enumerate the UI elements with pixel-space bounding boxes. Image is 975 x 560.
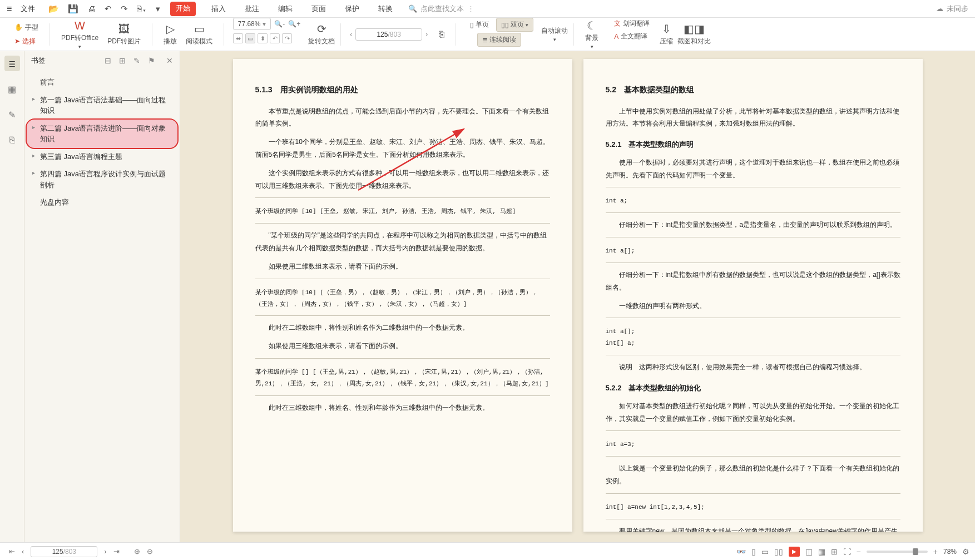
- bookmark-item[interactable]: 光盘内容: [27, 194, 177, 211]
- add-page-icon[interactable]: ⊕: [131, 547, 143, 556]
- pdf-to-office-button[interactable]: WPDF转Office▾: [59, 18, 101, 51]
- save-icon[interactable]: 💾: [68, 4, 78, 14]
- tab-protect[interactable]: 保护: [342, 2, 363, 16]
- zoom-input[interactable]: 77.68%▾: [233, 18, 271, 30]
- code-block: 某个班级的同学 [10] [王垒, 赵敏, 宋江, 刘户, 孙洁, 王浩, 周杰…: [255, 204, 550, 220]
- page-prev-icon[interactable]: ‹: [350, 31, 352, 38]
- zoom-in-status-icon[interactable]: +: [933, 547, 938, 556]
- full-translate-button[interactable]: A全文翻译: [612, 31, 650, 42]
- background-button[interactable]: ☾背景▾: [583, 18, 601, 51]
- translate-full-icon: A: [614, 33, 618, 41]
- rotate-right-icon[interactable]: ↷: [282, 33, 292, 43]
- rotate-doc-button[interactable]: ⟳旋转文档: [306, 21, 337, 47]
- prev-page-icon[interactable]: ‹: [18, 547, 27, 556]
- page-next-icon[interactable]: ›: [425, 31, 428, 38]
- more-icon[interactable]: ▾: [156, 4, 160, 14]
- search-box[interactable]: 🔍 点此查找文本 ⋮: [408, 4, 474, 14]
- view-mode2-icon[interactable]: ▦: [818, 547, 825, 556]
- view-fit-icon[interactable]: ▭: [761, 547, 769, 556]
- fit-page-icon[interactable]: ▭: [245, 33, 255, 43]
- bookmark-item[interactable]: 第二篇 Java语言语法进阶——面向对象知识: [27, 120, 177, 148]
- eye-care-icon[interactable]: 👓: [736, 547, 746, 556]
- first-page-icon[interactable]: ⇤: [6, 547, 18, 556]
- paragraph: 此时在二维数组中，将性别和姓名作为二维数组中的一个数据元素。: [255, 321, 550, 334]
- tab-start[interactable]: 开始: [170, 2, 196, 16]
- zoom-percent[interactable]: 78%: [943, 548, 957, 556]
- hand-tool[interactable]: ✋手型: [12, 22, 41, 33]
- compare-button[interactable]: ◧◨截图和对比: [675, 21, 713, 47]
- sync-status[interactable]: ☁ 未同步: [936, 4, 968, 14]
- paragraph: 本节重点是说明数组的优点，可能会遇到后面小节的内容，先不要理会。下面来看一个有关…: [255, 105, 550, 131]
- rail-annotation-icon[interactable]: ✎: [4, 107, 20, 122]
- view-double-icon[interactable]: ▯▯: [774, 547, 783, 556]
- tab-convert[interactable]: 转换: [375, 2, 396, 16]
- rail-attachment-icon[interactable]: ⎘: [4, 132, 20, 148]
- section-heading: 5.1.3 用实例说明数组的用处: [255, 82, 550, 97]
- bookmark-item[interactable]: 第三篇 Java语言编程主题: [27, 148, 177, 166]
- continuous-read-button[interactable]: ≣连续阅读: [477, 33, 521, 47]
- bookmark-item[interactable]: 第四篇 Java语言程序设计实例与面试题剖析: [27, 165, 177, 194]
- paragraph: 仔细分析一下：int是指数组中所有数据的数据类型，也可以说是这个数组的数据类型，…: [606, 269, 900, 294]
- next-page-icon[interactable]: ›: [101, 547, 110, 556]
- double-page-button[interactable]: ▯▯双页▾: [496, 18, 533, 32]
- tab-edit[interactable]: 编辑: [275, 2, 296, 16]
- rail-outline-icon[interactable]: ≣: [4, 56, 20, 71]
- remove-page-icon[interactable]: ⊖: [143, 547, 156, 556]
- play-slideshow-icon[interactable]: ▶: [789, 547, 800, 557]
- fullscreen-icon[interactable]: ⛶: [843, 547, 851, 556]
- moon-icon: ☾: [587, 19, 597, 32]
- rotate-left-icon[interactable]: ↶: [270, 33, 280, 43]
- play-button[interactable]: ▷播放: [161, 21, 179, 47]
- tab-comment[interactable]: 批注: [241, 2, 263, 16]
- view-mode1-icon[interactable]: ◫: [805, 547, 813, 556]
- view-single-icon[interactable]: ▯: [751, 547, 756, 556]
- settings-icon[interactable]: ⚙: [962, 547, 969, 556]
- view-mode3-icon[interactable]: ⊞: [831, 547, 838, 556]
- paragraph: 这个实例用数组来表示的方式有很多种，可以用一维数组来表示，也可以用二维数组来表示…: [255, 167, 550, 192]
- compress-button[interactable]: ⇩压缩: [657, 21, 675, 47]
- zoom-in-icon[interactable]: 🔍+: [288, 20, 300, 28]
- last-page-icon[interactable]: ⇥: [110, 547, 123, 556]
- bookmark-expand-icon[interactable]: ⊟: [105, 56, 111, 65]
- page-input[interactable]: 125 /803: [355, 28, 422, 41]
- bookmark-collapse-icon[interactable]: ⊞: [119, 56, 126, 65]
- select-tool[interactable]: ➤选择: [12, 36, 41, 47]
- double-page-icon: ▯▯: [501, 21, 509, 29]
- fit-height-icon[interactable]: ⬍: [258, 33, 268, 43]
- menu-bar: ≡ 文件 📂 💾 🖨 ↶ ↷ ⎘▾ ▾ 开始 插入 批注 编辑 页面 保护 转换…: [0, 0, 975, 18]
- bookmark-close-icon[interactable]: ✕: [166, 56, 173, 65]
- zoom-out-icon[interactable]: 🔍-: [274, 20, 285, 28]
- read-mode-button[interactable]: ▭阅读模式: [184, 21, 215, 47]
- auto-scroll-button[interactable]: 自动滚动▾: [539, 25, 570, 43]
- word-translate-button[interactable]: 文划词翻译: [612, 18, 652, 29]
- tab-insert[interactable]: 插入: [208, 2, 229, 16]
- status-page-input[interactable]: 125 /803: [31, 546, 97, 557]
- paragraph: 要用关键字new，是因为数组本来就是一个对象类型的数据。在Java中new关键字…: [606, 525, 900, 532]
- open-icon[interactable]: 📂: [48, 4, 59, 14]
- code-block: int a[];: [606, 243, 900, 259]
- print-icon[interactable]: 🖨: [87, 4, 96, 13]
- pdf-to-image-button[interactable]: 🖼PDF转图片: [105, 22, 143, 47]
- code-block: int[] a=new int[1,2,3,4,5];: [606, 499, 900, 516]
- fit-width-icon[interactable]: ⬌: [233, 33, 243, 43]
- menu-icon[interactable]: ≡: [7, 4, 12, 14]
- paragraph: 如果使用二维数组来表示，请看下面的示例。: [255, 260, 550, 273]
- single-page-button[interactable]: ▯单页: [465, 18, 494, 32]
- document-viewer[interactable]: 5.1.3 用实例说明数组的用处 本节重点是说明数组的优点，可能会遇到后面小节的…: [180, 51, 975, 542]
- bookmark-flag-icon[interactable]: ⚑: [148, 56, 155, 65]
- paragraph: 如何对基本类型的数组进行初始化呢？同样，可以先从变量的初始化开始。一个变量的初始…: [606, 400, 900, 425]
- export-icon[interactable]: ⎘▾: [137, 4, 147, 13]
- zoom-slider[interactable]: [867, 551, 928, 553]
- tab-page[interactable]: 页面: [308, 2, 329, 16]
- file-menu[interactable]: 文件: [21, 4, 35, 14]
- status-page-total: /803: [63, 548, 76, 556]
- bookmark-item[interactable]: 前言: [27, 73, 177, 91]
- rail-thumbnail-icon[interactable]: ▦: [4, 81, 20, 97]
- zoom-out-status-icon[interactable]: −: [857, 547, 861, 556]
- undo-icon[interactable]: ↶: [105, 4, 112, 14]
- redo-icon[interactable]: ↷: [121, 4, 128, 14]
- jump-page-button[interactable]: ⎘: [437, 28, 447, 41]
- bookmark-add-icon[interactable]: ✎: [133, 56, 140, 65]
- bookmark-item[interactable]: 第一篇 Java语言语法基础——面向过程知识: [27, 91, 177, 120]
- page-right: 5.2 基本数据类型的数组 上节中使用实例对数组的用处做了分析，此节将针对基本数…: [583, 59, 923, 532]
